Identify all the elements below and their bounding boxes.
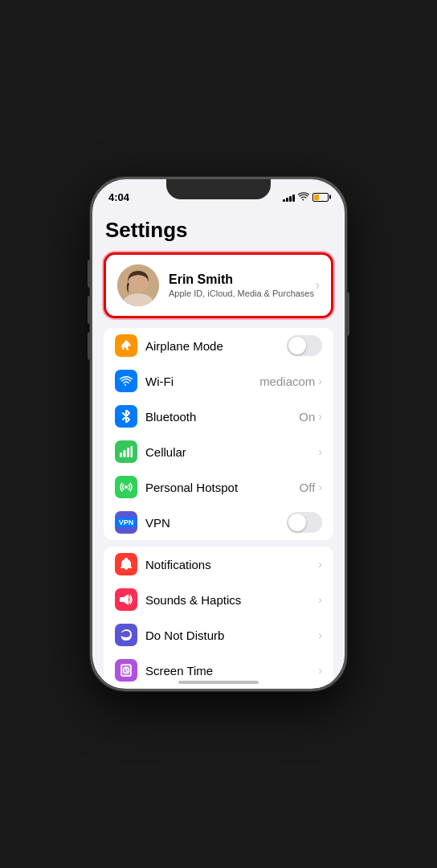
hotspot-value: Off bbox=[300, 481, 316, 494]
cellular-chevron: › bbox=[318, 445, 322, 458]
screen-time-label: Screen Time bbox=[145, 664, 318, 678]
wifi-status-icon bbox=[298, 192, 309, 203]
airplane-mode-row[interactable]: Airplane Mode bbox=[104, 328, 333, 363]
screen-time-chevron: › bbox=[318, 664, 322, 677]
sounds-row[interactable]: Sounds & Haptics › bbox=[104, 582, 333, 617]
signal-icon bbox=[283, 193, 295, 202]
status-icons bbox=[283, 192, 329, 203]
profile-info: Erin Smith Apple ID, iCloud, Media & Pur… bbox=[169, 272, 316, 298]
svg-rect-6 bbox=[131, 446, 133, 457]
airplane-mode-toggle[interactable] bbox=[287, 335, 322, 356]
svg-rect-8 bbox=[120, 597, 124, 602]
notifications-icon bbox=[115, 553, 137, 575]
sounds-chevron: › bbox=[318, 593, 322, 606]
hotspot-label: Personal Hotspot bbox=[145, 481, 300, 494]
cellular-label: Cellular bbox=[145, 445, 318, 459]
wifi-label: Wi-Fi bbox=[145, 375, 259, 388]
profile-chevron: › bbox=[316, 278, 320, 293]
sounds-icon bbox=[115, 588, 137, 611]
airplane-mode-label: Airplane Mode bbox=[145, 339, 287, 353]
svg-rect-3 bbox=[120, 452, 122, 457]
wifi-value: mediacom bbox=[259, 375, 315, 388]
vpn-label-badge: VPN bbox=[116, 518, 137, 527]
vpn-icon: VPN bbox=[115, 511, 137, 534]
bluetooth-row[interactable]: Bluetooth On › bbox=[104, 399, 333, 434]
connectivity-section: Airplane Mode Wi-Fi bbox=[104, 328, 333, 540]
status-time: 4:04 bbox=[108, 191, 129, 203]
home-bar bbox=[178, 681, 259, 684]
wifi-row[interactable]: Wi-Fi mediacom › bbox=[104, 363, 333, 399]
svg-marker-9 bbox=[124, 594, 129, 605]
cellular-row[interactable]: Cellular › bbox=[104, 434, 333, 469]
bluetooth-icon bbox=[115, 405, 137, 428]
profile-name: Erin Smith bbox=[169, 272, 316, 287]
vpn-toggle[interactable] bbox=[287, 512, 322, 533]
screen-content: Settings bbox=[92, 208, 345, 689]
dnd-icon bbox=[115, 624, 137, 646]
sounds-label: Sounds & Haptics bbox=[145, 593, 318, 607]
vpn-label: VPN bbox=[145, 516, 287, 530]
screen-time-icon bbox=[115, 659, 137, 682]
cellular-icon bbox=[115, 440, 137, 463]
vpn-row[interactable]: VPN VPN bbox=[104, 505, 333, 540]
avatar bbox=[117, 264, 159, 306]
svg-rect-5 bbox=[127, 448, 129, 457]
profile-card[interactable]: Erin Smith Apple ID, iCloud, Media & Pur… bbox=[104, 252, 333, 318]
hotspot-row[interactable]: Personal Hotspot Off › bbox=[104, 469, 333, 505]
airplane-icon bbox=[115, 334, 137, 357]
page-title: Settings bbox=[92, 208, 345, 249]
bluetooth-value: On bbox=[299, 410, 315, 424]
svg-point-7 bbox=[125, 485, 128, 489]
notch bbox=[166, 179, 271, 199]
hotspot-icon bbox=[115, 476, 137, 498]
dnd-chevron: › bbox=[318, 628, 322, 641]
notifications-label: Notifications bbox=[145, 558, 318, 571]
notifications-row[interactable]: Notifications › bbox=[104, 547, 333, 582]
battery-icon bbox=[312, 193, 329, 202]
bluetooth-label: Bluetooth bbox=[145, 410, 299, 424]
wifi-icon bbox=[115, 370, 137, 392]
hotspot-chevron: › bbox=[318, 481, 322, 493]
bluetooth-chevron: › bbox=[318, 410, 322, 423]
wifi-chevron: › bbox=[318, 375, 322, 387]
dnd-label: Do Not Disturb bbox=[145, 628, 318, 642]
dnd-row[interactable]: Do Not Disturb › bbox=[104, 617, 333, 653]
notifications-section: Notifications › Sounds & Haptics › bbox=[104, 547, 333, 688]
profile-subtitle: Apple ID, iCloud, Media & Purchases bbox=[169, 289, 316, 298]
notifications-chevron: › bbox=[318, 558, 322, 571]
svg-rect-4 bbox=[124, 450, 126, 457]
